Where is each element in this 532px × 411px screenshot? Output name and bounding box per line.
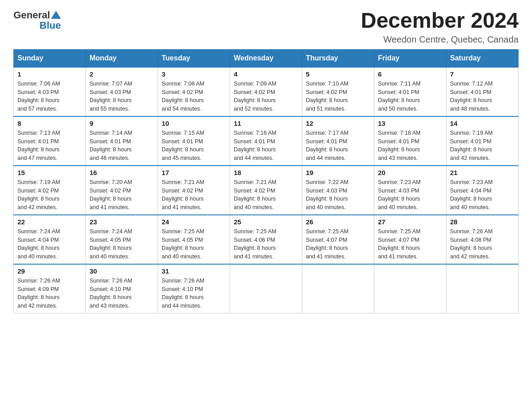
calendar-cell: 19 Sunrise: 7:22 AM Sunset: 4:03 PM Dayl… <box>302 166 374 215</box>
day-info: Sunrise: 7:19 AM Sunset: 4:01 PM Dayligh… <box>450 129 515 163</box>
day-info: Sunrise: 7:14 AM Sunset: 4:01 PM Dayligh… <box>90 129 154 163</box>
day-info: Sunrise: 7:25 AM Sunset: 4:06 PM Dayligh… <box>234 227 298 261</box>
day-info: Sunrise: 7:06 AM Sunset: 4:03 PM Dayligh… <box>17 80 82 113</box>
day-number: 7 <box>450 70 515 78</box>
day-info: Sunrise: 7:25 AM Sunset: 4:07 PM Dayligh… <box>306 227 370 261</box>
calendar-cell: 18 Sunrise: 7:21 AM Sunset: 4:02 PM Dayl… <box>230 166 302 215</box>
day-number: 31 <box>162 267 226 275</box>
day-info: Sunrise: 7:26 AM Sunset: 4:09 PM Dayligh… <box>17 277 82 310</box>
calendar-cell: 20 Sunrise: 7:23 AM Sunset: 4:03 PM Dayl… <box>374 166 446 215</box>
day-number: 13 <box>378 120 442 127</box>
calendar-cell: 27 Sunrise: 7:25 AM Sunset: 4:07 PM Dayl… <box>374 215 446 264</box>
calendar-cell: 7 Sunrise: 7:12 AM Sunset: 4:01 PM Dayli… <box>446 67 519 116</box>
weekday-header-tuesday: Tuesday <box>158 49 230 67</box>
title-area: December 2024 Weedon Centre, Quebec, Can… <box>361 9 519 45</box>
day-number: 27 <box>378 218 442 226</box>
calendar-cell: 31 Sunrise: 7:26 AM Sunset: 4:10 PM Dayl… <box>158 264 230 313</box>
calendar-cell: 14 Sunrise: 7:19 AM Sunset: 4:01 PM Dayl… <box>446 116 519 166</box>
calendar-cell: 2 Sunrise: 7:07 AM Sunset: 4:03 PM Dayli… <box>86 67 158 116</box>
day-info: Sunrise: 7:23 AM Sunset: 4:03 PM Dayligh… <box>378 178 442 212</box>
calendar-cell: 15 Sunrise: 7:19 AM Sunset: 4:02 PM Dayl… <box>14 166 86 215</box>
day-info: Sunrise: 7:26 AM Sunset: 4:10 PM Dayligh… <box>162 277 226 310</box>
calendar-cell: 28 Sunrise: 7:26 AM Sunset: 4:08 PM Dayl… <box>446 215 519 264</box>
day-number: 12 <box>306 120 370 127</box>
day-info: Sunrise: 7:12 AM Sunset: 4:01 PM Dayligh… <box>450 80 515 113</box>
day-number: 20 <box>378 169 442 176</box>
calendar-cell: 22 Sunrise: 7:24 AM Sunset: 4:04 PM Dayl… <box>14 215 86 264</box>
day-number: 1 <box>17 70 82 78</box>
day-number: 25 <box>234 218 298 226</box>
day-info: Sunrise: 7:08 AM Sunset: 4:02 PM Dayligh… <box>162 80 226 113</box>
day-info: Sunrise: 7:09 AM Sunset: 4:02 PM Dayligh… <box>234 80 298 113</box>
weekday-header-thursday: Thursday <box>302 49 374 67</box>
day-info: Sunrise: 7:26 AM Sunset: 4:10 PM Dayligh… <box>90 277 154 310</box>
calendar-cell: 8 Sunrise: 7:13 AM Sunset: 4:01 PM Dayli… <box>14 116 86 166</box>
day-info: Sunrise: 7:18 AM Sunset: 4:01 PM Dayligh… <box>378 129 442 163</box>
day-number: 28 <box>450 218 515 226</box>
day-info: Sunrise: 7:26 AM Sunset: 4:08 PM Dayligh… <box>450 227 515 261</box>
week-row-4: 22 Sunrise: 7:24 AM Sunset: 4:04 PM Dayl… <box>14 215 519 264</box>
day-info: Sunrise: 7:23 AM Sunset: 4:04 PM Dayligh… <box>450 178 515 212</box>
calendar-cell: 21 Sunrise: 7:23 AM Sunset: 4:04 PM Dayl… <box>446 166 519 215</box>
weekday-header-wednesday: Wednesday <box>230 49 302 67</box>
day-number: 15 <box>17 169 82 176</box>
calendar-cell: 10 Sunrise: 7:15 AM Sunset: 4:01 PM Dayl… <box>158 116 230 166</box>
month-title: December 2024 <box>361 9 519 33</box>
day-info: Sunrise: 7:25 AM Sunset: 4:07 PM Dayligh… <box>378 227 442 261</box>
calendar-cell: 3 Sunrise: 7:08 AM Sunset: 4:02 PM Dayli… <box>158 67 230 116</box>
day-info: Sunrise: 7:16 AM Sunset: 4:01 PM Dayligh… <box>234 129 298 163</box>
calendar-cell: 25 Sunrise: 7:25 AM Sunset: 4:06 PM Dayl… <box>230 215 302 264</box>
day-number: 14 <box>450 120 515 127</box>
day-number: 22 <box>17 218 82 226</box>
day-number: 30 <box>90 267 154 275</box>
calendar-cell: 26 Sunrise: 7:25 AM Sunset: 4:07 PM Dayl… <box>302 215 374 264</box>
day-number: 24 <box>162 218 226 226</box>
calendar-cell: 4 Sunrise: 7:09 AM Sunset: 4:02 PM Dayli… <box>230 67 302 116</box>
day-number: 19 <box>306 169 370 176</box>
day-info: Sunrise: 7:10 AM Sunset: 4:02 PM Dayligh… <box>306 80 370 113</box>
week-row-5: 29 Sunrise: 7:26 AM Sunset: 4:09 PM Dayl… <box>14 264 519 313</box>
svg-marker-0 <box>51 11 61 19</box>
day-number: 21 <box>450 169 515 176</box>
calendar-cell: 24 Sunrise: 7:25 AM Sunset: 4:05 PM Dayl… <box>158 215 230 264</box>
day-info: Sunrise: 7:22 AM Sunset: 4:03 PM Dayligh… <box>306 178 370 212</box>
day-number: 18 <box>234 169 298 176</box>
day-number: 9 <box>90 120 154 127</box>
logo-triangle-icon <box>51 10 61 20</box>
day-number: 2 <box>90 70 154 78</box>
calendar-cell: 9 Sunrise: 7:14 AM Sunset: 4:01 PM Dayli… <box>86 116 158 166</box>
day-number: 16 <box>90 169 154 176</box>
weekday-header-monday: Monday <box>86 49 158 67</box>
day-info: Sunrise: 7:21 AM Sunset: 4:02 PM Dayligh… <box>234 178 298 212</box>
day-number: 8 <box>17 120 82 127</box>
week-row-3: 15 Sunrise: 7:19 AM Sunset: 4:02 PM Dayl… <box>14 166 519 215</box>
calendar-table: SundayMondayTuesdayWednesdayThursdayFrid… <box>13 49 519 313</box>
day-info: Sunrise: 7:21 AM Sunset: 4:02 PM Dayligh… <box>162 178 226 212</box>
location-subtitle: Weedon Centre, Quebec, Canada <box>361 34 519 45</box>
calendar-cell: 6 Sunrise: 7:11 AM Sunset: 4:01 PM Dayli… <box>374 67 446 116</box>
day-info: Sunrise: 7:15 AM Sunset: 4:01 PM Dayligh… <box>162 129 226 163</box>
day-number: 4 <box>234 70 298 78</box>
calendar-cell: 29 Sunrise: 7:26 AM Sunset: 4:09 PM Dayl… <box>14 264 86 313</box>
day-info: Sunrise: 7:13 AM Sunset: 4:01 PM Dayligh… <box>17 129 82 163</box>
day-number: 23 <box>90 218 154 226</box>
page-header: General Blue December 2024 Weedon Centre… <box>13 9 519 45</box>
weekday-header-friday: Friday <box>374 49 446 67</box>
day-info: Sunrise: 7:07 AM Sunset: 4:03 PM Dayligh… <box>90 80 154 113</box>
day-info: Sunrise: 7:24 AM Sunset: 4:05 PM Dayligh… <box>90 227 154 261</box>
day-number: 29 <box>17 267 82 275</box>
day-number: 10 <box>162 120 226 127</box>
calendar-cell: 1 Sunrise: 7:06 AM Sunset: 4:03 PM Dayli… <box>14 67 86 116</box>
weekday-header-sunday: Sunday <box>14 49 86 67</box>
calendar-cell <box>230 264 302 313</box>
calendar-cell <box>446 264 519 313</box>
week-row-2: 8 Sunrise: 7:13 AM Sunset: 4:01 PM Dayli… <box>14 116 519 166</box>
day-info: Sunrise: 7:19 AM Sunset: 4:02 PM Dayligh… <box>17 178 82 212</box>
calendar-cell: 13 Sunrise: 7:18 AM Sunset: 4:01 PM Dayl… <box>374 116 446 166</box>
week-row-1: 1 Sunrise: 7:06 AM Sunset: 4:03 PM Dayli… <box>14 67 519 116</box>
day-info: Sunrise: 7:24 AM Sunset: 4:04 PM Dayligh… <box>17 227 82 261</box>
day-info: Sunrise: 7:11 AM Sunset: 4:01 PM Dayligh… <box>378 80 442 113</box>
day-number: 17 <box>162 169 226 176</box>
weekday-header-row: SundayMondayTuesdayWednesdayThursdayFrid… <box>14 49 519 67</box>
calendar-cell: 11 Sunrise: 7:16 AM Sunset: 4:01 PM Dayl… <box>230 116 302 166</box>
